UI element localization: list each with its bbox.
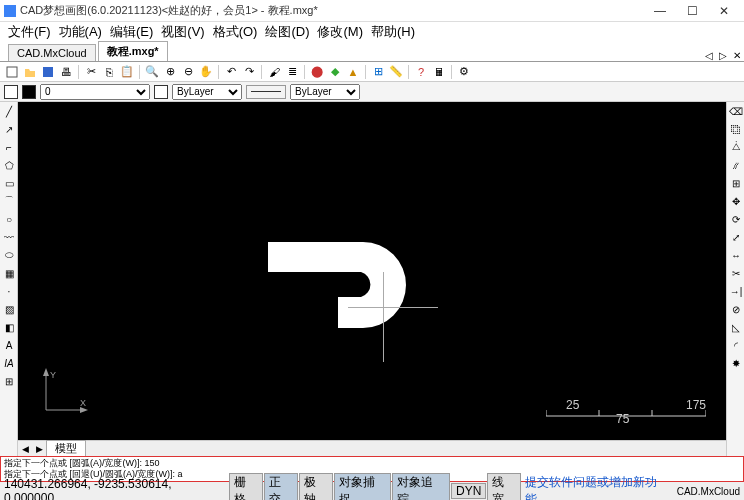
tool-c-icon[interactable]: ▲ [345, 64, 361, 80]
color-swatch-white[interactable] [4, 85, 18, 99]
ellipse-icon[interactable]: ⬭ [1, 247, 17, 263]
layers-icon[interactable]: ≣ [284, 64, 300, 80]
drawing-canvas[interactable]: YX 25 75 175 [18, 102, 726, 440]
copy2-icon[interactable]: ⿻ [728, 121, 744, 137]
ucs-icon: YX [38, 368, 88, 420]
spline-icon[interactable]: 〰 [1, 229, 17, 245]
region-icon[interactable]: ◧ [1, 319, 17, 335]
tab-tutorial[interactable]: 教程.mxg* [98, 41, 168, 61]
command-line-1: 指定下一个点或 [圆弧(A)/宽度(W)]: 150 [4, 458, 740, 469]
tool-b-icon[interactable]: ◆ [327, 64, 343, 80]
canvas-wrap: YX 25 75 175 ◀ ▶ 模型 [18, 102, 726, 456]
open-icon[interactable] [22, 64, 38, 80]
menu-draw[interactable]: 绘图(D) [261, 23, 313, 41]
tool-a-icon[interactable]: ⬤ [309, 64, 325, 80]
status-polar[interactable]: 极轴 [299, 473, 333, 500]
status-lwt[interactable]: 线宽 [487, 473, 521, 500]
arc-icon[interactable]: ⌒ [1, 193, 17, 209]
polyline-icon[interactable]: ⌐ [1, 139, 17, 155]
dim-icon[interactable]: ⊞ [370, 64, 386, 80]
cut-icon[interactable]: ✂ [83, 64, 99, 80]
block-icon[interactable]: ▦ [1, 265, 17, 281]
polygon-icon[interactable]: ⬠ [1, 157, 17, 173]
match-icon[interactable]: 🖌 [266, 64, 282, 80]
trim-icon[interactable]: ✂ [728, 265, 744, 281]
array-icon[interactable]: ⊞ [728, 175, 744, 191]
mirror-icon[interactable]: ⧊ [728, 139, 744, 155]
menu-file[interactable]: 文件(F) [4, 23, 55, 41]
scale-icon[interactable]: ⤢ [728, 229, 744, 245]
break-icon[interactable]: ⊘ [728, 301, 744, 317]
zoom-icon[interactable]: 🔍 [144, 64, 160, 80]
mtext-icon[interactable]: IA [1, 355, 17, 371]
line-icon[interactable]: ╱ [1, 103, 17, 119]
coordinates: 140431.266964, -9235.530614, 0.000000 [0, 477, 228, 500]
rotate-icon[interactable]: ⟳ [728, 211, 744, 227]
svg-marker-3 [43, 368, 49, 376]
close-button[interactable]: ✕ [708, 1, 740, 21]
zoom-out-icon[interactable]: ⊖ [180, 64, 196, 80]
model-tab[interactable]: 模型 [46, 440, 86, 457]
copy-icon[interactable]: ⎘ [101, 64, 117, 80]
linetype-preview[interactable] [246, 85, 286, 99]
chamfer-icon[interactable]: ◺ [728, 319, 744, 335]
point-icon[interactable]: · [1, 283, 17, 299]
table-icon[interactable]: ⊞ [1, 373, 17, 389]
new-icon[interactable] [4, 64, 20, 80]
xline-icon[interactable]: ↗ [1, 121, 17, 137]
extend-icon[interactable]: →| [728, 283, 744, 299]
status-dyn[interactable]: DYN [451, 483, 486, 499]
explode-icon[interactable]: ✸ [728, 355, 744, 371]
print-icon[interactable]: 🖶 [58, 64, 74, 80]
status-grid[interactable]: 栅格 [229, 473, 263, 500]
paste-icon[interactable]: 📋 [119, 64, 135, 80]
bylayer-swatch[interactable] [154, 85, 168, 99]
calc-icon[interactable]: 🖩 [431, 64, 447, 80]
menu-edit[interactable]: 编辑(E) [106, 23, 157, 41]
status-osnap[interactable]: 对象捕捉 [334, 473, 392, 500]
hatch-icon[interactable]: ▨ [1, 301, 17, 317]
zoom-in-icon[interactable]: ⊕ [162, 64, 178, 80]
layer-select[interactable]: 0 [40, 84, 150, 100]
tab-prev[interactable]: ◁ [702, 50, 716, 61]
rectangle-icon[interactable]: ▭ [1, 175, 17, 191]
linetype-select[interactable]: ByLayer [290, 84, 360, 100]
menu-function[interactable]: 功能(A) [55, 23, 106, 41]
erase-icon[interactable]: ⌫ [728, 103, 744, 119]
stretch-icon[interactable]: ↔ [728, 247, 744, 263]
menubar: 文件(F) 功能(A) 编辑(E) 视图(V) 格式(O) 绘图(D) 修改(M… [0, 22, 744, 42]
tab-close[interactable]: ✕ [730, 50, 744, 61]
undo-icon[interactable]: ↶ [223, 64, 239, 80]
svg-rect-1 [43, 67, 53, 77]
tab-scroll-right[interactable]: ▶ [32, 444, 46, 454]
document-tabs: CAD.MxCloud 教程.mxg* ◁ ▷ ✕ [0, 42, 744, 62]
color-select[interactable]: ByLayer [172, 84, 242, 100]
menu-format[interactable]: 格式(O) [209, 23, 262, 41]
minimize-button[interactable]: — [644, 1, 676, 21]
fillet-icon[interactable]: ◜ [728, 337, 744, 353]
menu-view[interactable]: 视图(V) [157, 23, 208, 41]
offset-icon[interactable]: ⫽ [728, 157, 744, 173]
color-swatch-black[interactable] [22, 85, 36, 99]
polyline-shape [268, 242, 418, 332]
tab-scroll-left[interactable]: ◀ [18, 444, 32, 454]
text-icon[interactable]: A [1, 337, 17, 353]
tab-cloud[interactable]: CAD.MxCloud [8, 44, 96, 61]
svg-text:X: X [80, 398, 86, 408]
save-icon[interactable] [40, 64, 56, 80]
tab-next[interactable]: ▷ [716, 50, 730, 61]
status-otrack[interactable]: 对象追踪 [392, 473, 450, 500]
pan-icon[interactable]: ✋ [198, 64, 214, 80]
menu-modify[interactable]: 修改(M) [313, 23, 367, 41]
status-ortho[interactable]: 正交 [264, 473, 298, 500]
feedback-link[interactable]: 提交软件问题或增加新功能 [521, 474, 672, 500]
brand-label: CAD.MxCloud [673, 486, 744, 497]
measure-icon[interactable]: 📏 [388, 64, 404, 80]
redo-icon[interactable]: ↷ [241, 64, 257, 80]
settings-icon[interactable]: ⚙ [456, 64, 472, 80]
move-icon[interactable]: ✥ [728, 193, 744, 209]
maximize-button[interactable]: ☐ [676, 1, 708, 21]
circle-icon[interactable]: ○ [1, 211, 17, 227]
help-icon[interactable]: ? [413, 64, 429, 80]
menu-help[interactable]: 帮助(H) [367, 23, 419, 41]
